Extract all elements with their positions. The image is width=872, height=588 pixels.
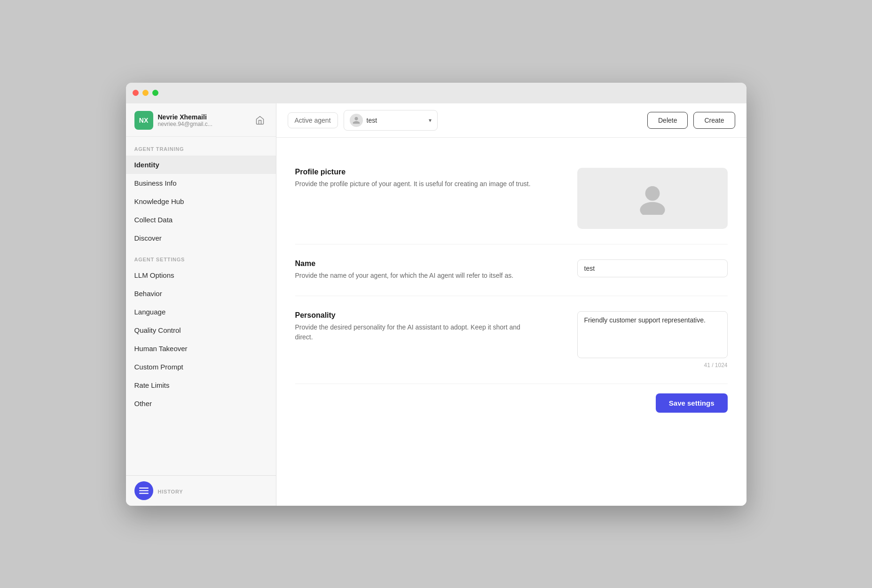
chevron-down-icon: ▾ — [429, 117, 432, 124]
delete-button[interactable]: Delete — [647, 112, 688, 129]
active-agent-label: Active agent — [288, 112, 338, 128]
close-button[interactable] — [133, 90, 139, 96]
personality-textarea[interactable]: Friendly customer support representative… — [577, 311, 728, 358]
personality-section-left: Personality Provide the desired personal… — [295, 311, 540, 342]
sidebar-item-quality-control[interactable]: Quality Control — [126, 321, 276, 339]
user-avatar: NX — [134, 111, 153, 130]
personality-section: Personality Provide the desired personal… — [295, 296, 728, 384]
section-right — [577, 168, 728, 229]
save-bar: Save settings — [295, 384, 728, 417]
titlebar — [126, 83, 746, 103]
sidebar-item-collect-data[interactable]: Collect Data — [126, 211, 276, 229]
name-section-left: Name Provide the name of your agent, for… — [295, 259, 540, 281]
profile-picture-box[interactable] — [577, 168, 728, 229]
content-area: Profile picture Provide the profile pict… — [276, 138, 746, 506]
sidebar-header: NX Nevrie Xhemaili nevriee.94@gmail.c... — [126, 103, 276, 137]
traffic-lights — [133, 90, 158, 96]
agent-selector[interactable]: test ▾ — [344, 110, 438, 131]
name-input[interactable] — [577, 259, 728, 277]
name-title: Name — [295, 259, 540, 268]
name-desc: Provide the name of your agent, for whic… — [295, 271, 540, 281]
sidebar-scroll: AGENT TRAINING Identity Business Info Kn… — [126, 137, 276, 422]
sidebar-item-discover[interactable]: Discover — [126, 229, 276, 247]
home-icon[interactable] — [252, 113, 267, 128]
svg-rect-1 — [139, 490, 149, 491]
name-section-right — [577, 259, 728, 277]
svg-point-3 — [645, 186, 660, 201]
char-count: 41 / 1024 — [577, 362, 728, 368]
sidebar-item-behavior[interactable]: Behavior — [126, 284, 276, 303]
agent-training-section-label: AGENT TRAINING — [126, 137, 276, 156]
sidebar-item-language[interactable]: Language — [126, 303, 276, 321]
sidebar-item-rate-limits[interactable]: Rate Limits — [126, 376, 276, 394]
profile-picture-title: Profile picture — [295, 168, 540, 176]
sidebar-bottom: HISTORY — [126, 475, 276, 506]
personality-title: Personality — [295, 311, 540, 320]
agent-name: test — [367, 117, 425, 124]
user-info: NX Nevrie Xhemaili nevriee.94@gmail.c... — [134, 111, 212, 130]
svg-point-4 — [640, 202, 665, 214]
create-button[interactable]: Create — [693, 112, 735, 129]
sidebar-scroll-wrap: AGENT TRAINING Identity Business Info Kn… — [126, 137, 276, 475]
user-text: Nevrie Xhemaili nevriee.94@gmail.c... — [158, 113, 212, 127]
user-email: nevriee.94@gmail.c... — [158, 121, 212, 127]
profile-picture-desc: Provide the profile picture of your agen… — [295, 179, 540, 189]
sidebar-item-human-takeover[interactable]: Human Takeover — [126, 339, 276, 358]
user-name: Nevrie Xhemaili — [158, 113, 212, 121]
svg-rect-0 — [139, 487, 149, 488]
minimize-button[interactable] — [142, 90, 149, 96]
sidebar-item-knowledge-hub[interactable]: Knowledge Hub — [126, 192, 276, 211]
app-window: NX Nevrie Xhemaili nevriee.94@gmail.c...… — [126, 83, 746, 506]
agent-avatar-icon — [350, 114, 363, 127]
name-section: Name Provide the name of your agent, for… — [295, 244, 728, 296]
profile-picture-section: Profile picture Provide the profile pict… — [295, 153, 728, 244]
profile-placeholder-icon — [636, 182, 669, 215]
app-body: NX Nevrie Xhemaili nevriee.94@gmail.c...… — [126, 103, 746, 506]
sidebar-item-custom-prompt[interactable]: Custom Prompt — [126, 358, 276, 376]
agent-settings-section-label: AGENT SETTINGS — [126, 247, 276, 266]
personality-section-right: Friendly customer support representative… — [577, 311, 728, 368]
sidebar-item-identity[interactable]: Identity — [126, 156, 276, 174]
svg-rect-2 — [139, 493, 149, 494]
personality-desc: Provide the desired personality for the … — [295, 322, 540, 342]
main-content: Active agent test ▾ Delete Create — [276, 103, 746, 506]
sidebar-item-business-info[interactable]: Business Info — [126, 174, 276, 192]
section-left: Profile picture Provide the profile pict… — [295, 168, 540, 189]
sidebar-item-llm-options[interactable]: LLM Options — [126, 266, 276, 284]
save-button[interactable]: Save settings — [656, 393, 728, 413]
sidebar: NX Nevrie Xhemaili nevriee.94@gmail.c...… — [126, 103, 276, 506]
menu-button[interactable] — [134, 481, 153, 500]
topbar: Active agent test ▾ Delete Create — [276, 103, 746, 138]
sidebar-item-other[interactable]: Other — [126, 394, 276, 413]
maximize-button[interactable] — [152, 90, 158, 96]
history-label: HISTORY — [158, 489, 183, 494]
